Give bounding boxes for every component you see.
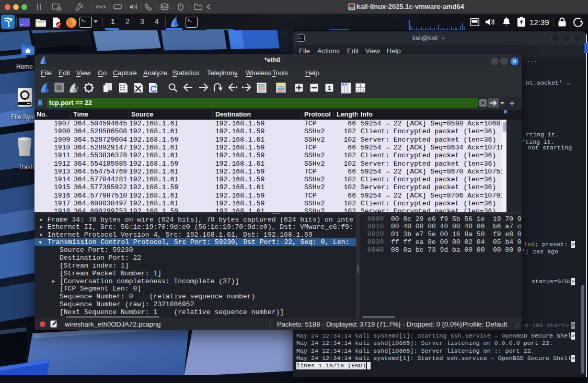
svg-text:3: 3 <box>362 88 364 92</box>
svg-text:1: 1 <box>328 85 331 91</box>
svg-text:2: 2 <box>357 88 359 92</box>
svg-text:1: 1 <box>360 84 362 87</box>
